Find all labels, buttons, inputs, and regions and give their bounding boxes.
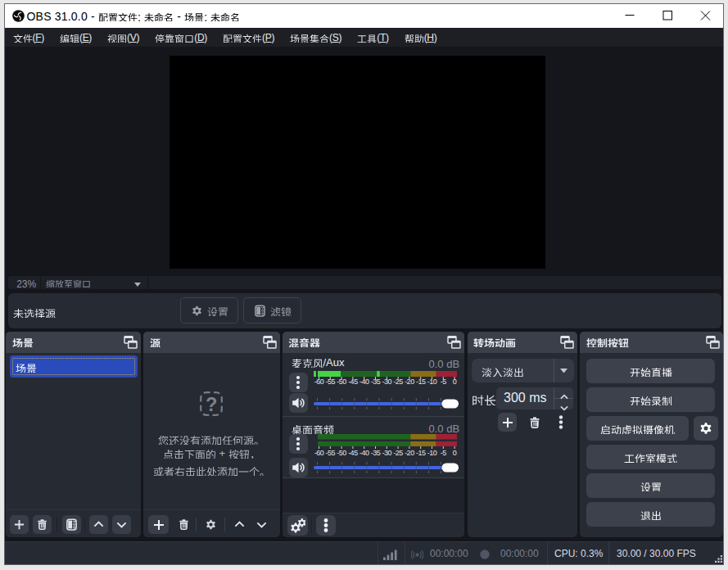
svg-text:?: ? <box>206 394 217 415</box>
